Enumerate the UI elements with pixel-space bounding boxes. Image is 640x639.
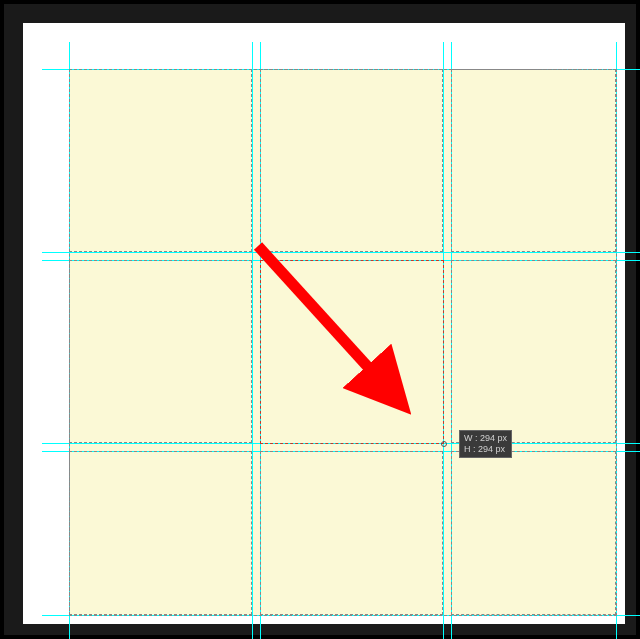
selection-cell bbox=[69, 451, 252, 615]
selection-cell bbox=[451, 69, 616, 252]
selection-cell bbox=[451, 260, 616, 443]
selection-marquee-active[interactable] bbox=[260, 260, 444, 444]
tooltip-width: W : 294 px bbox=[464, 433, 507, 444]
dimensions-tooltip: W : 294 px H : 294 px bbox=[459, 430, 512, 458]
canvas-background[interactable]: W : 294 px H : 294 px bbox=[23, 23, 625, 624]
canvas-frame: W : 294 px H : 294 px bbox=[4, 4, 636, 635]
selection-cell bbox=[69, 69, 252, 252]
crosshair-cursor bbox=[441, 441, 447, 447]
tooltip-height: H : 294 px bbox=[464, 444, 507, 455]
selection-cell bbox=[260, 69, 443, 252]
selection-cell bbox=[260, 451, 443, 615]
selection-cell bbox=[69, 260, 252, 443]
selection-cell bbox=[451, 451, 616, 615]
